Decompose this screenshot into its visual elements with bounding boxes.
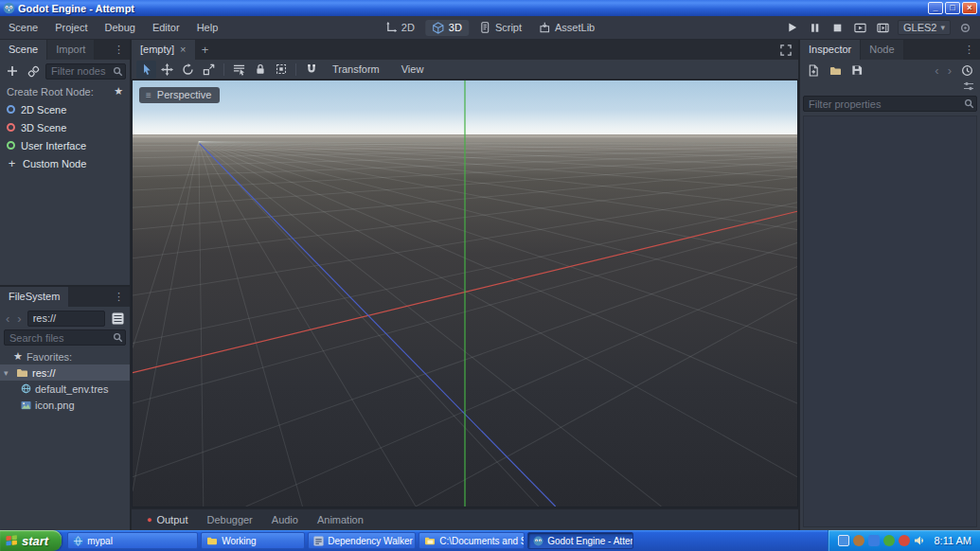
root-option-user-interface[interactable]: User Interface [0, 136, 130, 154]
taskbar-item-documents[interactable]: C:\Documents and Se... [419, 532, 525, 549]
bottom-tab-audio[interactable]: Audio [263, 509, 307, 530]
object-properties-filter-icon[interactable] [963, 80, 974, 92]
scale-tool-button[interactable] [199, 61, 219, 79]
2d-icon [385, 22, 397, 33]
script-icon [479, 22, 490, 33]
play-custom-scene-button[interactable] [875, 20, 891, 36]
update-spinner-icon [957, 20, 973, 36]
play-button[interactable] [784, 20, 800, 36]
filesystem-dock-menu-icon[interactable]: ⋮ [108, 287, 130, 307]
maximize-button[interactable]: □ [945, 2, 960, 14]
environment-icon [21, 383, 31, 394]
play-scene-button[interactable] [852, 20, 868, 36]
menu-project[interactable]: Project [46, 16, 96, 40]
new-resource-button[interactable] [805, 62, 822, 79]
filter-properties-input[interactable] [803, 96, 977, 112]
add-node-button[interactable] [4, 62, 21, 80]
menu-debug[interactable]: Debug [96, 16, 143, 40]
main-area: Scene Import ⋮ Create Root Node: [0, 40, 980, 530]
tray-alert-icon[interactable] [899, 535, 910, 546]
bottom-tab-animation[interactable]: Animation [309, 509, 372, 530]
scene-tab-empty[interactable]: [empty] × [132, 40, 196, 60]
load-resource-folder-icon[interactable] [827, 62, 844, 79]
move-tool-button[interactable] [157, 61, 177, 79]
root-option-custom-node[interactable]: + Custom Node [0, 154, 130, 172]
close-tab-icon[interactable]: × [180, 40, 186, 60]
toggle-split-mode-button[interactable] [109, 310, 126, 327]
save-resource-button[interactable] [848, 62, 865, 79]
tree-collapse-icon[interactable]: ▾ [4, 368, 12, 378]
tray-volume-icon[interactable] [914, 535, 925, 546]
fs-back-icon[interactable]: ‹ [4, 311, 11, 326]
group-icon[interactable] [271, 61, 291, 79]
fs-file-default-env[interactable]: default_env.tres [0, 381, 130, 397]
minimize-button[interactable]: _ [928, 2, 943, 14]
tray-antivirus-icon[interactable] [883, 535, 895, 546]
window-titlebar[interactable]: Godot Engine - Attempt _ □ × [0, 0, 980, 16]
distraction-free-icon[interactable] [774, 40, 798, 60]
rotate-tool-button[interactable] [178, 61, 198, 79]
root-option-3d-scene[interactable]: 3D Scene [0, 118, 130, 136]
fs-root-row[interactable]: ▾ res:// [0, 364, 130, 381]
taskbar-item-dependency-walker[interactable]: Dependency Walker - ... [308, 532, 416, 549]
close-button[interactable]: × [962, 2, 977, 14]
history-forward-icon[interactable]: › [946, 63, 953, 78]
lock-icon[interactable] [250, 61, 270, 79]
view-menu[interactable]: View [391, 60, 435, 80]
tab-scene[interactable]: Scene [0, 40, 47, 60]
taskbar: start mypal Working Dependency Walker - … [0, 530, 980, 551]
workspace-2d-button[interactable]: 2D [379, 20, 421, 35]
fs-forward-icon[interactable]: › [15, 311, 23, 326]
workspace-3d-button[interactable]: 3D [425, 20, 469, 36]
instance-scene-button[interactable] [25, 62, 42, 80]
fs-path-field[interactable] [27, 311, 105, 327]
list-select-tool-button[interactable] [229, 61, 249, 79]
history-back-icon[interactable]: ‹ [933, 63, 940, 78]
bottom-panel-bar: ● Output Debugger Audio Animation [132, 509, 798, 530]
bottom-tab-debugger[interactable]: Debugger [198, 509, 260, 530]
fs-file-icon-png[interactable]: icon.png [0, 397, 130, 413]
run-controls: GLES2 ▾ [784, 20, 980, 36]
tray-network-icon[interactable] [868, 535, 880, 546]
perspective-menu-button[interactable]: ≡ Perspective [139, 87, 220, 103]
fs-favorites-row[interactable]: ★ Favorites: [0, 348, 130, 364]
bottom-tab-output[interactable]: ● Output [138, 509, 196, 530]
menu-help[interactable]: Help [188, 16, 227, 40]
tray-hand-icon[interactable] [853, 535, 864, 546]
video-driver-select[interactable]: GLES2 ▾ [898, 20, 951, 35]
taskbar-item-working[interactable]: Working [201, 532, 305, 549]
menu-scene[interactable]: Scene [0, 16, 46, 40]
favorites-star-icon[interactable]: ★ [114, 85, 123, 98]
taskbar-item-godot[interactable]: Godot Engine - Attempt [527, 532, 633, 549]
workspace-script-button[interactable]: Script [472, 20, 528, 35]
menu-editor[interactable]: Editor [144, 16, 188, 40]
search-files-input[interactable] [4, 329, 126, 346]
snap-magnet-icon[interactable] [301, 61, 321, 79]
scene-dock-menu-icon[interactable]: ⋮ [108, 40, 130, 60]
screen: Godot Engine - Attempt _ □ × Scene Proje… [0, 0, 980, 551]
godot-taskbar-icon [533, 536, 543, 546]
tab-node[interactable]: Node [861, 40, 903, 60]
tray-input-language-icon[interactable] [838, 535, 849, 546]
start-button[interactable]: start [0, 530, 62, 551]
3d-viewport[interactable]: ≡ Perspective [132, 80, 798, 507]
transform-menu[interactable]: Transform [322, 60, 390, 80]
main-menubar: Scene Project Debug Editor Help 2D 3D Sc… [0, 16, 980, 40]
select-tool-button[interactable] [136, 61, 156, 79]
new-scene-tab-button[interactable]: + [196, 40, 215, 60]
scene-tabs-bar: [empty] × + [132, 40, 798, 60]
history-clock-icon[interactable] [958, 62, 975, 79]
tab-inspector[interactable]: Inspector [800, 40, 861, 60]
system-tray: 8:11 AM [828, 530, 980, 551]
scene-dock: Scene Import ⋮ Create Root Node: [0, 40, 130, 285]
tab-filesystem[interactable]: FileSystem [0, 287, 69, 307]
inspector-dock-menu-icon[interactable]: ⋮ [958, 40, 980, 60]
pause-button[interactable] [807, 20, 823, 36]
taskbar-clock[interactable]: 8:11 AM [934, 535, 971, 546]
taskbar-item-mypal[interactable]: mypal [67, 532, 198, 549]
tab-import[interactable]: Import [47, 40, 95, 60]
stop-button[interactable] [829, 20, 846, 36]
filter-nodes-input[interactable] [45, 63, 126, 80]
root-option-2d-scene[interactable]: 2D Scene [0, 100, 130, 118]
workspace-assetlib-button[interactable]: AssetLib [532, 20, 601, 35]
